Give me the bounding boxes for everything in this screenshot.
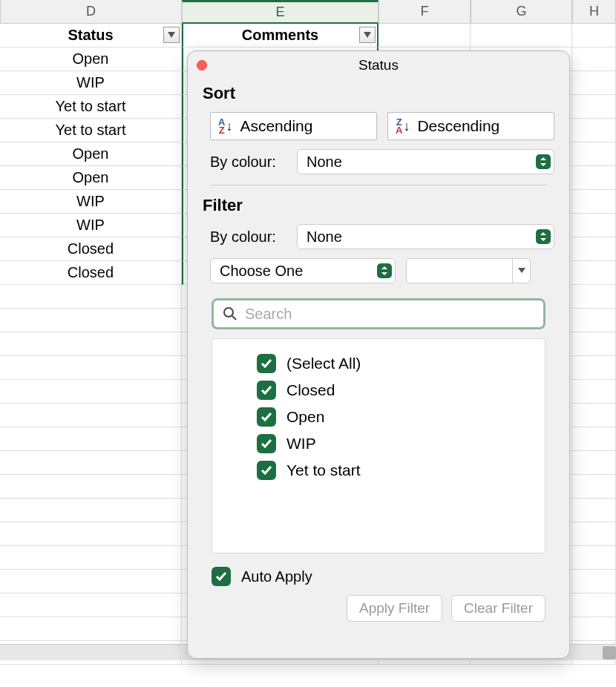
cell[interactable] [572,332,616,356]
cell[interactable] [0,309,182,332]
list-item[interactable]: Open [257,407,531,427]
cell[interactable] [572,166,616,190]
cell[interactable] [572,499,616,522]
filter-dropdown-icon[interactable] [163,27,180,43]
sort-descending-label: Descending [417,117,499,135]
filter-condition-select[interactable]: Choose One [210,258,396,283]
cell[interactable] [0,332,182,356]
cell[interactable] [572,617,616,641]
cell[interactable] [572,309,616,332]
column-header-h[interactable]: H [572,0,616,24]
cell[interactable] [572,285,616,309]
cell[interactable] [572,404,616,427]
cell[interactable] [0,546,182,570]
cell[interactable] [572,24,616,47]
cell[interactable]: Yet to start [0,95,182,119]
search-input[interactable] [245,306,534,323]
filter-by-colour-select[interactable]: None [297,224,554,249]
cell[interactable] [0,285,182,309]
cell[interactable] [572,119,616,142]
column-header-d[interactable]: D [0,0,182,24]
cell[interactable] [572,522,616,546]
cell[interactable] [572,190,616,214]
checkbox-checked-icon[interactable] [257,354,276,373]
cell[interactable]: Closed [0,261,182,285]
cell[interactable] [572,261,616,285]
cell[interactable] [471,24,572,47]
filter-values-list: (Select All) Closed Open WIP Yet to star… [212,338,545,553]
list-item[interactable]: Yet to start [257,461,531,480]
clear-filter-button[interactable]: Clear Filter [451,595,545,622]
checkbox-checked-icon[interactable] [257,434,276,453]
close-icon[interactable] [197,60,207,70]
column-header-g[interactable]: G [471,0,572,24]
cell[interactable] [572,356,616,380]
cell[interactable] [572,47,616,71]
cell[interactable] [0,404,182,427]
cell[interactable] [572,594,616,617]
cell-header-status[interactable]: Status [0,24,182,47]
sort-descending-button[interactable]: ZA↓ Descending [387,112,554,140]
cell[interactable] [0,356,182,380]
column-header-f[interactable]: F [379,0,471,24]
checkbox-checked-icon[interactable] [257,407,276,427]
apply-filter-button[interactable]: Apply Filter [347,595,442,622]
auto-apply-checkbox[interactable] [212,567,231,586]
column-header-e[interactable]: E [182,0,379,24]
cell[interactable] [572,71,616,95]
cell-header-comments[interactable]: Comments [182,24,379,47]
select-value: None [307,229,342,246]
cell[interactable] [572,427,616,451]
filter-value-combobox[interactable] [406,258,531,283]
list-item[interactable]: (Select All) [257,354,531,373]
checkbox-checked-icon[interactable] [257,381,276,400]
sort-ascending-button[interactable]: AZ↓ Ascending [210,112,377,140]
cell[interactable]: WIP [0,71,182,95]
cell[interactable] [379,24,471,47]
chevron-down-icon[interactable] [512,259,530,283]
checkbox-checked-icon[interactable] [257,461,276,480]
svg-marker-7 [381,272,387,275]
item-label: Yet to start [286,461,361,479]
cell[interactable]: WIP [0,190,182,214]
cell[interactable] [572,451,616,475]
scrollbar-thumb[interactable] [603,646,616,660]
sort-by-colour-select[interactable]: None [297,149,554,174]
cell[interactable] [0,594,182,617]
popup-body: Sort AZ↓ Ascending ZA↓ Descending By col… [188,79,569,637]
cell[interactable]: Open [0,166,182,190]
cell[interactable] [0,475,182,499]
cell[interactable] [572,214,616,237]
cell[interactable] [572,380,616,404]
item-label: WIP [286,435,316,453]
chevron-updown-icon [377,263,392,278]
svg-point-9 [224,308,233,317]
cell[interactable] [0,451,182,475]
divider [210,185,547,185]
cell[interactable] [572,237,616,261]
search-field[interactable] [212,298,545,329]
auto-apply-label: Auto Apply [241,568,312,585]
cell[interactable] [0,380,182,404]
cell[interactable] [0,499,182,522]
cell[interactable] [572,546,616,570]
cell[interactable] [572,475,616,499]
svg-marker-4 [540,232,546,235]
cell[interactable]: Open [0,142,182,166]
cell[interactable] [0,427,182,451]
cell[interactable] [572,95,616,119]
cell[interactable]: Closed [0,237,182,261]
cell[interactable] [572,570,616,594]
cell[interactable] [0,522,182,546]
cell[interactable] [572,142,616,166]
cell[interactable] [0,570,182,594]
cell[interactable]: WIP [0,214,182,237]
cell[interactable]: Open [0,47,182,71]
header-label: Status [68,27,113,44]
cell[interactable] [0,617,182,641]
list-item[interactable]: WIP [257,434,531,453]
cell[interactable]: Yet to start [0,119,182,142]
item-label: Closed [286,381,335,399]
filter-dropdown-icon[interactable] [359,27,376,43]
list-item[interactable]: Closed [257,381,531,400]
